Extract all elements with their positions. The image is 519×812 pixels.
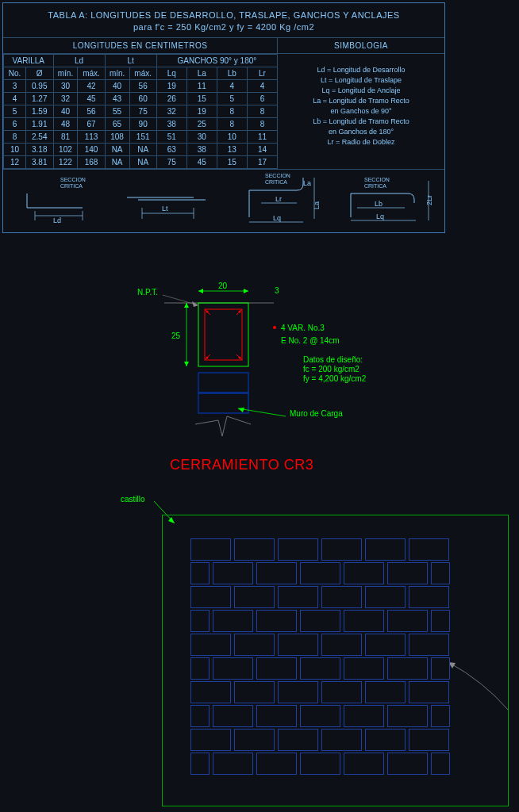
brick xyxy=(321,538,362,561)
svg-line-39 xyxy=(205,354,210,360)
sym-lb: Lb = Longitud de Tramo Recto xyxy=(283,117,440,127)
brick xyxy=(321,729,362,751)
brick xyxy=(387,610,428,632)
brick xyxy=(256,705,297,727)
svg-line-45 xyxy=(238,408,286,416)
svg-text:CRITICA: CRITICA xyxy=(60,183,83,189)
brick xyxy=(431,610,450,632)
svg-text:SECCION: SECCION xyxy=(265,173,290,178)
section-outline xyxy=(198,303,248,366)
brick xyxy=(213,610,253,632)
svg-marker-31 xyxy=(244,289,248,293)
title-line-2: para f'c = 250 Kg/cm2 y fy = 4200 Kg /cm… xyxy=(6,21,441,33)
h-diam: Ø xyxy=(25,67,53,79)
brick xyxy=(344,657,384,680)
brick xyxy=(234,634,275,656)
brick-pattern xyxy=(190,538,459,770)
brick-row xyxy=(190,657,459,680)
svg-marker-42 xyxy=(184,303,189,308)
brick xyxy=(190,753,210,775)
brick-row xyxy=(190,681,459,703)
table-row: 123.81122168NANA75451517 xyxy=(4,155,278,168)
brick xyxy=(190,610,210,632)
table-row: 30.9530424056191144 xyxy=(4,79,278,92)
brick xyxy=(321,681,362,703)
brick xyxy=(387,753,428,775)
brick xyxy=(365,538,406,561)
h-no: No. xyxy=(4,67,26,79)
brick xyxy=(431,753,450,775)
brick xyxy=(344,753,384,775)
wall-block-1 xyxy=(198,373,248,393)
sym-ld: Ld = Longitud de Desarrollo xyxy=(283,65,440,75)
stirrup xyxy=(205,309,242,360)
sym-la2: en Ganchos de 90° xyxy=(283,106,440,117)
h-lq: Lq xyxy=(156,67,186,79)
svg-text:2Lr: 2Lr xyxy=(425,195,433,205)
brick xyxy=(278,586,318,608)
brick xyxy=(190,538,231,561)
h-lb: Lb xyxy=(217,67,247,79)
cerramiento-title: CERRAMIENTO CR3 xyxy=(170,457,313,473)
brick xyxy=(300,562,340,584)
var-label: 4 VAR. No.3 xyxy=(281,324,325,332)
brick xyxy=(234,681,275,703)
est-label: E No. 2 @ 14cm xyxy=(281,336,340,345)
svg-text:Ld: Ld xyxy=(53,216,61,224)
brick xyxy=(213,705,253,727)
sym-lq: Lq = Longitud de Anclaje xyxy=(283,86,440,96)
brick-row xyxy=(190,753,459,775)
svg-text:CRITICA: CRITICA xyxy=(265,179,287,185)
svg-text:SECCION: SECCION xyxy=(364,177,390,182)
lt-diagram: Lt xyxy=(127,197,206,219)
brick-row xyxy=(190,634,459,656)
symbology-panel: Ld = Longitud de Desarrollo Lt = Longitu… xyxy=(278,54,444,169)
brick xyxy=(431,705,450,727)
svg-text:La: La xyxy=(303,179,311,187)
table-row: 41.2732454360261556 xyxy=(4,92,278,105)
simbologia-header: SIMBOLOGIA xyxy=(278,38,444,54)
brick xyxy=(387,562,428,584)
svg-text:SECCION: SECCION xyxy=(60,177,86,182)
section-headers: LONGITUDES EN CENTIMETROS SIMBOLOGIA xyxy=(3,38,444,54)
sym-lt: Lt = Longitud de Traslape xyxy=(283,75,440,86)
brick xyxy=(321,586,362,608)
brick xyxy=(300,705,340,727)
brick xyxy=(409,634,449,656)
col-ganchos: GANCHOS 90° y 180° xyxy=(156,54,277,67)
brick-row xyxy=(190,705,459,727)
brick xyxy=(431,657,450,680)
sym-lr: Lr = Radio de Doblez xyxy=(283,137,440,147)
svg-point-44 xyxy=(273,326,276,329)
table-title: TABLA A: LONGITUDES DE DESARROLLO, TRASL… xyxy=(3,3,444,38)
svg-line-38 xyxy=(236,309,242,315)
brick xyxy=(190,657,210,680)
brick xyxy=(190,705,210,727)
svg-line-37 xyxy=(205,309,210,315)
brick xyxy=(365,586,406,608)
brick xyxy=(431,562,450,584)
brick xyxy=(365,729,406,751)
brick xyxy=(256,610,297,632)
brick xyxy=(300,753,340,775)
brick xyxy=(409,586,449,608)
h-min2: mín. xyxy=(105,67,129,79)
npt-label: N.P.T. xyxy=(137,288,158,297)
data-table: VARILLA Ld Lt GANCHOS 90° y 180° No. Ø m… xyxy=(3,54,278,169)
svg-text:Lq: Lq xyxy=(376,213,384,220)
brick xyxy=(213,657,253,680)
brick xyxy=(387,657,428,680)
h-la: La xyxy=(186,67,217,79)
brick xyxy=(213,562,253,584)
brick xyxy=(278,729,318,751)
sym-la: La = Longitud de Tramo Recto xyxy=(283,96,440,106)
brick xyxy=(190,729,231,751)
brick xyxy=(409,538,449,561)
brick xyxy=(321,634,362,656)
svg-text:Lr: Lr xyxy=(275,195,282,203)
brick xyxy=(344,705,384,727)
brick-row xyxy=(190,586,459,608)
datos-title: Datos de diseño: xyxy=(303,355,363,364)
svg-text:Lq: Lq xyxy=(273,214,281,222)
col-varilla: VARILLA xyxy=(4,54,54,67)
